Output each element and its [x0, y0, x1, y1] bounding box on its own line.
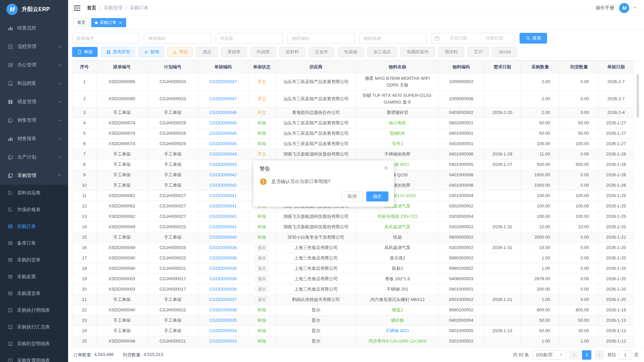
doc-code-link[interactable]: CGDD000038: [209, 245, 237, 250]
query-all-button[interactable]: 查询所有: [101, 47, 135, 57]
sidebar-subitem[interactable]: 采购到货明细表: [0, 336, 68, 352]
date-range-picker[interactable]: 开始日期 - 结束日期: [431, 33, 515, 44]
category-button[interactable]: 包装物: [338, 47, 364, 57]
table-row[interactable]: 19XSDD000003CGJH000017CGDD000038退回上海三色食品…: [72, 274, 634, 284]
tab-home[interactable]: 首页: [73, 18, 89, 27]
doc-code-link[interactable]: CGDD000041: [209, 203, 237, 208]
sidebar-subitem[interactable]: 原料供应商: [0, 185, 68, 201]
table-row[interactable]: 3手工单据手工单据CGDD000046开立青海纺织品股份合作公司厚壁镀锌管040…: [72, 108, 634, 118]
sidebar-item[interactable]: 采购管理: [0, 166, 68, 185]
table-row[interactable]: 5XSDD000074CGJH000029CGDD000045审核汕头市三辰蓝猫…: [72, 128, 634, 139]
doc-code-link[interactable]: CGDD000038: [209, 276, 237, 281]
sidebar-collapse-icon[interactable]: [73, 5, 81, 11]
category-button[interactable]: 五金件: [309, 47, 334, 57]
category-button[interactable]: 芯片: [468, 47, 489, 57]
page-size-select[interactable]: 100条/页: [532, 350, 566, 360]
doc-code-link[interactable]: CGDD000047: [209, 79, 237, 84]
category-button[interactable]: 加工成品: [367, 47, 397, 57]
sidebar-item[interactable]: 流程管理: [0, 37, 68, 56]
doc-code-link[interactable]: CGDD000041: [209, 224, 237, 229]
table-row[interactable]: 23手工单据手工单据CGDD000035审核普尔镀锌板040200000450.…: [72, 315, 634, 326]
material-code-input[interactable]: [287, 33, 355, 44]
next-page-button[interactable]: [595, 350, 604, 360]
sidebar-item[interactable]: 研发管理: [0, 93, 68, 111]
table-row[interactable]: 7手工单据手工单据CGDD000044开立湖南飞沃新能源科技股份有限公司不锈钢加…: [72, 149, 634, 160]
sidebar-subitem[interactable]: 采购发票明细表: [0, 352, 68, 362]
sidebar-subitem[interactable]: 采购发票: [0, 268, 68, 285]
doc-code-link[interactable]: CGDD000040: [209, 235, 237, 240]
table-row[interactable]: 21手工单据手工单据CGDD000037退回鹤岗比优特超市有限公司内六角花形沉头…: [72, 295, 634, 305]
doc-code-link[interactable]: CGDD000038: [209, 287, 237, 292]
doc-code-link[interactable]: CGDD000045: [209, 131, 237, 136]
category-button[interactable]: 直销类: [221, 47, 247, 57]
document-button[interactable]: 单据: [72, 47, 98, 57]
category-button[interactable]: 成品: [196, 47, 218, 57]
table-row[interactable]: 1XSDD000085CGJH000033CGDD000047开立汕头市三辰蓝猫…: [72, 73, 634, 90]
table-row[interactable]: 20XSDD000003CGJH000017CGDD000038退回上海三色食品…: [72, 284, 634, 295]
table-row[interactable]: 15手工单据手工单据CGDD000040审核深圳小白兔专业干洗有限公司纸箱060…: [72, 232, 634, 243]
doc-code-link[interactable]: CGDD000042: [209, 183, 237, 188]
category-button[interactable]: 原材料: [279, 47, 305, 57]
doc-code-link[interactable]: CGDD000045: [209, 120, 237, 125]
sidebar-subitem[interactable]: 备库订单: [0, 235, 68, 252]
doc-code-link[interactable]: CGDD000046: [209, 110, 237, 115]
goto-page-input[interactable]: [619, 350, 632, 360]
doc-code-link[interactable]: CGDD000035: [209, 318, 237, 323]
table-row[interactable]: 6XSDD000074CGJH000029CGDD000045审核汕头市三辰蓝猫…: [72, 139, 634, 149]
doc-code-link[interactable]: CGDD000047: [209, 96, 237, 101]
doc-code-input[interactable]: [144, 33, 211, 44]
doc-code-link[interactable]: CGDD000037: [209, 297, 237, 302]
export-button[interactable]: 导出: [167, 47, 193, 57]
supplier-input[interactable]: [216, 33, 283, 44]
track-no-input[interactable]: [72, 33, 139, 44]
sidebar-item[interactable]: 料品档案: [0, 74, 68, 93]
category-button[interactable]: 代销类: [250, 47, 276, 57]
table-row[interactable]: 17XSDD000040CGJH000022CGDD000038退回上海三色食品…: [72, 253, 634, 263]
doc-code-link[interactable]: CGDD000034: [209, 328, 237, 333]
close-icon[interactable]: [118, 21, 122, 25]
table-row[interactable]: 14XSDD000049CGJH000025CGDD000041审核湖南飞沃新能…: [72, 222, 634, 232]
cancel-button[interactable]: 取消: [341, 191, 363, 201]
sidebar-item[interactable]: 办公管理: [0, 56, 68, 74]
manual-link[interactable]: 操作手册: [596, 5, 614, 11]
doc-code-link[interactable]: CGDD000038: [209, 255, 237, 260]
doc-code-link[interactable]: CGDD000041: [209, 193, 237, 198]
current-page-button[interactable]: 1: [582, 350, 591, 360]
doc-code-link[interactable]: CGDD000042: [209, 172, 237, 177]
doc-code-link[interactable]: CGDD000044: [209, 152, 237, 157]
sidebar-item[interactable]: 经营总控: [0, 19, 68, 37]
table-row[interactable]: 13XSDD000062CGJH000027CGDD000041审核湖南飞沃新能…: [72, 212, 634, 222]
category-button[interactable]: 56789: [492, 47, 517, 57]
table-row[interactable]: 25XSDD000046CGJH000021CGDD000033审核普尔同步带件…: [72, 336, 634, 347]
doc-code-link[interactable]: CGDD000045: [209, 141, 237, 146]
sidebar-subitem[interactable]: 采购执行汇总表: [0, 319, 68, 336]
prev-page-button[interactable]: [569, 350, 579, 360]
sidebar-item[interactable]: 销售管理: [0, 111, 68, 129]
material-name-input[interactable]: [359, 33, 426, 44]
doc-code-link[interactable]: CGDD000041: [209, 214, 237, 219]
table-row[interactable]: 18XSDD000040CGJH000022CGDD000038退回上海三色食品…: [72, 263, 634, 274]
avatar[interactable]: M: [619, 3, 629, 13]
sidebar-subitem[interactable]: 市场价格表: [0, 201, 68, 218]
sidebar-subitem[interactable]: 采购执行明细表: [0, 302, 68, 319]
table-scrollbar[interactable]: [637, 74, 639, 345]
close-icon[interactable]: [384, 166, 388, 170]
sidebar-item[interactable]: 生产计划: [0, 148, 68, 166]
sidebar-subitem[interactable]: 采购退货单: [0, 285, 68, 302]
table-row[interactable]: 2XSDD000085CGJH000033CGDD000047开立汕头市三辰蓝猫…: [72, 90, 634, 108]
sidebar-subitem[interactable]: 采购到货单: [0, 252, 68, 268]
search-button[interactable]: 搜索: [520, 33, 547, 44]
add-button[interactable]: 新增: [139, 47, 164, 57]
caret-down-icon[interactable]: [634, 7, 637, 9]
category-button[interactable]: 电脑组装件: [400, 47, 435, 57]
tab-purchase-orders[interactable]: 采购订单: [91, 18, 126, 27]
table-row[interactable]: 4XSDD000074CGJH000029CGDD000045审核汕头市三辰蓝猫…: [72, 118, 634, 128]
sidebar-subitem[interactable]: 采购订单: [0, 218, 68, 235]
table-row[interactable]: 24手工单据手工单据CGDD000034审核普尔不锈钢 40Cr04010000…: [72, 326, 634, 336]
doc-code-link[interactable]: CGDD000038: [209, 266, 237, 271]
doc-code-link[interactable]: CGDD000033: [209, 339, 237, 344]
table-row[interactable]: 22XSDD000040CGJH000022CGDD000036审核普尔键盘29…: [72, 305, 634, 315]
confirm-button[interactable]: 确定: [366, 191, 388, 201]
doc-code-link[interactable]: CGDD000043: [209, 162, 237, 167]
sidebar-item[interactable]: 销售报表: [0, 129, 68, 148]
